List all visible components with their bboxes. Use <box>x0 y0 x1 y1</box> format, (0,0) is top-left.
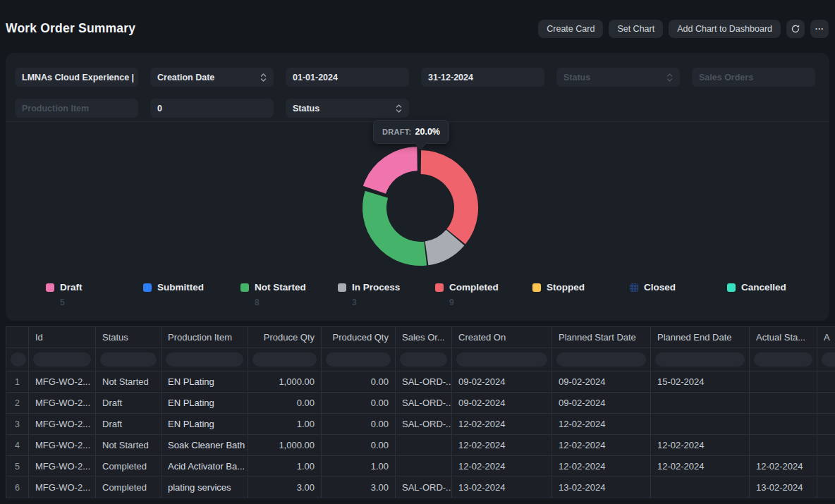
legend-swatch <box>630 283 638 292</box>
column-header-produce-qty[interactable]: Produce Qty <box>248 327 322 348</box>
cell-status: Draft <box>96 393 161 414</box>
legend-item-not-started[interactable]: Not Started 8 <box>240 282 338 307</box>
column-filter-input[interactable] <box>166 352 243 367</box>
cell-sales-order[interactable]: SAL-ORD-... <box>396 393 452 414</box>
legend-item-cancelled[interactable]: Cancelled <box>727 282 824 307</box>
refresh-icon <box>791 24 800 34</box>
refresh-button[interactable] <box>786 20 805 38</box>
cell-sales-order[interactable]: SAL-ORD-... <box>396 477 452 498</box>
donut-slice-draft[interactable] <box>374 159 418 190</box>
create-card-button[interactable]: Create Card <box>538 20 603 38</box>
legend-swatch <box>338 283 346 292</box>
column-filter-input[interactable] <box>556 352 646 367</box>
set-chart-button[interactable]: Set Chart <box>609 20 663 38</box>
cell-status: Completed <box>96 456 161 477</box>
column-filter-input[interactable] <box>11 352 26 367</box>
row-number-column-header <box>6 327 29 348</box>
filter-qty-input[interactable]: 0 <box>150 99 274 118</box>
table-row[interactable]: 6 MFG-WO-2... Completed plating services… <box>6 477 835 498</box>
legend-swatch <box>435 283 444 292</box>
table-row[interactable]: 2 MFG-WO-2... Draft EN PLating 0.00 0.00… <box>6 393 835 414</box>
tooltip-label: DRAFT: <box>382 128 412 136</box>
cell-production-item: Acid Activator Ba... <box>161 456 248 477</box>
cell-sales-order[interactable]: SAL-ORD-... <box>396 371 452 393</box>
table-row[interactable]: 1 MFG-WO-2... Not Started EN PLating 1,0… <box>6 371 835 393</box>
column-header-production-item[interactable]: Production Item <box>161 327 248 348</box>
legend-count <box>741 297 824 307</box>
column-filter-input[interactable] <box>100 352 157 367</box>
add-chart-to-dashboard-button[interactable]: Add Chart to Dashboard <box>669 20 781 38</box>
more-options-button[interactable]: ··· <box>810 20 829 38</box>
column-header-planned-end-date[interactable]: Planned End Date <box>651 327 750 348</box>
legend-item-in-process[interactable]: In Process 3 <box>338 282 435 307</box>
cell-production-item: EN PLating <box>161 393 248 414</box>
cell-status: Not Started <box>96 435 161 456</box>
chart-legend: Draft 5 Submitted Not Started 8 In Proce… <box>46 282 824 307</box>
column-header-actual-start[interactable]: Actual Sta... <box>750 327 817 348</box>
cell-id[interactable]: MFG-WO-2... <box>29 393 96 414</box>
legend-item-closed[interactable]: Closed <box>630 282 727 307</box>
tooltip-value: 20.0% <box>415 127 440 137</box>
chart-card: LMNAs Cloud Experience | Creation Date 0… <box>6 53 829 321</box>
column-filter-input[interactable] <box>400 352 447 367</box>
legend-item-draft[interactable]: Draft 5 <box>46 282 143 307</box>
cell-production-item: EN PLating <box>161 414 248 435</box>
header-actions: Create Card Set Chart Add Chart to Dashb… <box>538 20 829 38</box>
donut-slice-not-started[interactable] <box>374 195 425 254</box>
table-row[interactable]: 5 MFG-WO-2... Completed Acid Activator B… <box>6 456 835 477</box>
chevron-updown-icon <box>260 73 267 82</box>
column-header-status[interactable]: Status <box>96 327 161 348</box>
legend-count <box>157 297 240 307</box>
legend-item-submitted[interactable]: Submitted <box>143 282 240 307</box>
work-orders-table: Id Status Production Item Produce Qty Pr… <box>6 326 835 498</box>
filter-to-date-input[interactable]: 31-12-2024 <box>421 68 544 87</box>
filter-from-date-input[interactable]: 01-01-2024 <box>286 68 409 87</box>
column-filter-input[interactable] <box>655 352 745 367</box>
column-filter-input[interactable] <box>754 352 812 367</box>
cell-sales-order[interactable] <box>396 435 452 456</box>
cell-id[interactable]: MFG-WO-2... <box>29 371 96 393</box>
cell-sales-order[interactable]: SAL-ORD-... <box>396 414 452 435</box>
filter-production-item-input[interactable]: Production Item <box>15 99 138 118</box>
donut-slice-in-process[interactable] <box>427 238 455 253</box>
column-filter-input[interactable] <box>456 352 547 367</box>
column-header-truncated[interactable]: A <box>817 327 835 348</box>
cell-id[interactable]: MFG-WO-2... <box>29 414 96 435</box>
legend-swatch <box>532 283 541 292</box>
filter-date-field-select[interactable]: Creation Date <box>150 68 274 87</box>
legend-item-stopped[interactable]: Stopped <box>532 282 630 307</box>
donut-slice-completed[interactable] <box>421 162 466 237</box>
column-filter-input[interactable] <box>33 352 91 367</box>
legend-count <box>547 297 630 307</box>
column-header-sales-order[interactable]: Sales Or... <box>396 327 452 348</box>
column-filter-input[interactable] <box>822 352 835 367</box>
filter-sales-orders-input[interactable]: Sales Orders <box>692 68 815 87</box>
column-header-id[interactable]: Id <box>29 327 96 348</box>
table-row[interactable]: 4 MFG-WO-2... Not Started Soak Cleaner B… <box>6 435 835 456</box>
cell-production-item: Soak Cleaner Bath <box>161 435 248 456</box>
cell-id[interactable]: MFG-WO-2... <box>29 477 96 498</box>
page-title: Work Order Summary <box>6 21 135 36</box>
column-header-planned-start-date[interactable]: Planned Start Date <box>552 327 651 348</box>
cell-id[interactable]: MFG-WO-2... <box>29 435 96 456</box>
legend-swatch <box>727 283 736 292</box>
cell-id[interactable]: MFG-WO-2... <box>29 456 96 477</box>
legend-item-completed[interactable]: Completed 9 <box>435 282 532 307</box>
legend-count: 3 <box>352 297 435 307</box>
cell-production-item: EN PLating <box>161 371 248 393</box>
cell-sales-order[interactable] <box>396 456 452 477</box>
donut-chart <box>350 137 491 278</box>
legend-count <box>644 297 727 307</box>
column-header-created-on[interactable]: Created On <box>452 327 552 348</box>
column-header-produced-qty[interactable]: Produced Qty <box>322 327 396 348</box>
column-filter-input[interactable] <box>252 352 317 367</box>
filter-status-select-disabled[interactable]: Status <box>556 68 680 87</box>
filter-company-input[interactable]: LMNAs Cloud Experience | <box>15 68 138 87</box>
filter-status-select[interactable]: Status <box>286 99 409 118</box>
legend-count: 5 <box>60 297 143 307</box>
table-row[interactable]: 3 MFG-WO-2... Draft EN PLating 1.00 0.00… <box>6 414 835 435</box>
chevron-updown-icon <box>666 73 673 82</box>
legend-swatch <box>46 283 54 292</box>
legend-count: 9 <box>449 297 532 307</box>
column-filter-input[interactable] <box>326 352 391 367</box>
